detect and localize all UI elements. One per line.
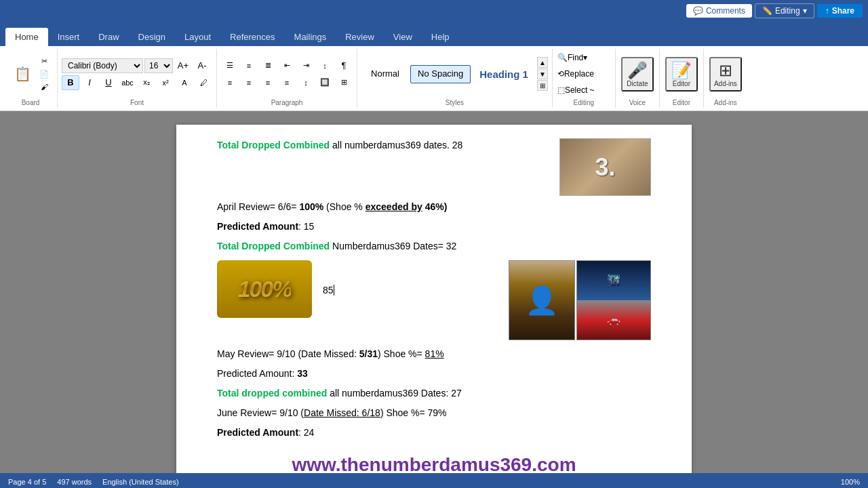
zoom-level[interactable]: 100% [841, 478, 860, 486]
addins-group: ⊞ Add-ins Add-ins [704, 49, 747, 108]
share-label: Share [832, 6, 854, 16]
editor-group: 📝 Editor Editor [660, 49, 704, 108]
comments-button[interactable]: 💬 Comments [686, 4, 752, 18]
shading-button[interactable]: 🔲 [316, 75, 334, 90]
clipboard-label: Board [22, 99, 40, 106]
tab-layout[interactable]: Layout [175, 28, 220, 46]
find-button[interactable]: 🔍 Find ▾ [557, 50, 611, 65]
editor-icon: 📝 [671, 61, 692, 80]
highlight-button[interactable]: 🖊 [195, 75, 212, 90]
right-images: 👤 🌃 🚗 [509, 260, 651, 340]
multilevel-list-button[interactable]: ≣ [259, 58, 277, 73]
editor-button[interactable]: 📝 Editor [665, 57, 698, 92]
styles-scroll-down[interactable]: ▼ [537, 68, 548, 79]
tab-review[interactable]: Review [336, 28, 384, 46]
voice-group: 🎤 Dictate Voice [616, 49, 660, 108]
numbered-list-button[interactable]: ≡ [240, 58, 258, 73]
format-painter-button[interactable]: 🖌 [37, 81, 52, 93]
total-dropped-combined-1: Total Dropped Combined [217, 140, 330, 150]
style-heading1[interactable]: Heading 1 [472, 65, 536, 83]
voice-label: Voice [629, 99, 646, 106]
editor-label: Editor [673, 99, 690, 106]
align-left-button[interactable]: ≡ [221, 75, 239, 90]
document-page[interactable]: Total Dropped Combined all numberdamus36… [176, 125, 692, 473]
pencil-icon: ✏️ [762, 6, 772, 16]
clipboard-group: 📋 ✂ 📄 🖌 Board [4, 49, 58, 108]
paste-button[interactable]: 📋 [9, 61, 35, 87]
predicted-amount-may: Predicted Amount: 33 [217, 367, 651, 381]
comments-icon: 💬 [693, 6, 703, 16]
strikethrough-button[interactable]: abc [119, 75, 136, 90]
bold-button[interactable]: B [62, 75, 79, 90]
title-bar-actions: 💬 Comments ✏️ Editing ▾ ↑ Share [686, 3, 863, 18]
font-color-button[interactable]: A [176, 75, 193, 90]
comments-label: Comments [706, 6, 745, 16]
styles-expand[interactable]: ⊞ [537, 80, 548, 91]
tab-draw[interactable]: Draw [89, 28, 128, 46]
total-dropped-combined-2: Total Dropped Combined Numberdamus369 Da… [217, 239, 651, 253]
april-review-line: April Review= 6/6= 100% (Shoe % exceeded… [217, 200, 651, 214]
pilcrow-button[interactable]: ¶ [335, 58, 353, 73]
predicted-amount-june: Predicted Amount: 24 [217, 426, 651, 440]
bullet-list-button[interactable]: ☰ [221, 58, 239, 73]
addins-label: Add-ins [714, 99, 737, 106]
ribbon-tabs: Home Insert Draw Design Layout Reference… [0, 22, 868, 46]
font-size-select[interactable]: 16 [144, 58, 173, 73]
language[interactable]: English (United States) [102, 478, 179, 486]
predicted-amount-april: Predicted Amount: 15 [217, 220, 651, 234]
cut-button[interactable]: ✂ [37, 55, 52, 67]
italic-button[interactable]: I [81, 75, 98, 90]
increase-indent-button[interactable]: ⇥ [297, 58, 315, 73]
editing-label: Editing [574, 99, 595, 106]
share-icon: ↑ [825, 6, 829, 16]
page-info[interactable]: Page 4 of 5 [8, 478, 46, 486]
top-desc: all numberdamus369 dates. 28 [332, 140, 462, 150]
word-count[interactable]: 497 words [57, 478, 92, 486]
paragraph-group: ☰ ≡ ≣ ⇤ ⇥ ↕ ¶ ≡ ≡ ≡ ≡ ↕ 🔲 ⊞ Paragraph [217, 49, 357, 108]
align-center-button[interactable]: ≡ [240, 75, 258, 90]
addins-button[interactable]: ⊞ Add-ins [709, 57, 742, 92]
styles-scroll-up[interactable]: ▲ [537, 57, 548, 68]
tab-mailings[interactable]: Mailings [285, 28, 336, 46]
justify-button[interactable]: ≡ [278, 75, 296, 90]
tab-view[interactable]: View [384, 28, 422, 46]
decrease-font-button[interactable]: A- [193, 58, 211, 73]
tab-help[interactable]: Help [422, 28, 459, 46]
increase-font-button[interactable]: A+ [174, 58, 192, 73]
style-normal[interactable]: Normal [361, 65, 409, 83]
june-review-line: June Review= 9/10 (Date Missed: 6/18) Sh… [217, 406, 651, 420]
dictate-button[interactable]: 🎤 Dictate [621, 57, 654, 92]
align-right-button[interactable]: ≡ [259, 75, 277, 90]
share-button[interactable]: ↑ Share [817, 4, 863, 18]
hundred-percent-image: 100% [217, 260, 312, 318]
top-right-image: 3. [559, 138, 651, 196]
editing-dropdown-arrow: ▾ [803, 6, 807, 16]
may-review-line: May Review= 9/10 (Date Missed: 5/31) Sho… [217, 347, 651, 361]
superscript-button[interactable]: x² [157, 75, 174, 90]
paragraph-label: Paragraph [271, 99, 303, 106]
tab-home[interactable]: Home [5, 28, 48, 46]
replace-button[interactable]: ⟲ Replace [557, 66, 611, 81]
microphone-icon: 🎤 [627, 61, 648, 80]
tab-insert[interactable]: Insert [48, 28, 90, 46]
styles-group: Normal No Spacing Heading 1 ▲ ▼ ⊞ Styles [357, 49, 553, 108]
copy-button[interactable]: 📄 [37, 68, 52, 80]
style-no-spacing[interactable]: No Spacing [410, 65, 471, 83]
line-spacing-button[interactable]: ↕ [297, 75, 315, 90]
decrease-indent-button[interactable]: ⇤ [278, 58, 296, 73]
font-family-select[interactable]: Calibri (Body) [62, 58, 143, 73]
number-85-text[interactable]: 85 [323, 283, 334, 298]
borders-button[interactable]: ⊞ [335, 75, 353, 90]
select-button[interactable]: ⬚ Select ~ [557, 83, 611, 98]
styles-scroll: ▲ ▼ ⊞ [537, 57, 548, 91]
total-dropped-combined-3: Total dropped combined all numberdamus36… [217, 386, 651, 401]
underline-button[interactable]: U [100, 75, 117, 90]
addins-icon: ⊞ [719, 61, 732, 80]
tab-design[interactable]: Design [129, 28, 175, 46]
subscript-button[interactable]: x₂ [138, 75, 155, 90]
tab-references[interactable]: References [220, 28, 284, 46]
editing-group: 🔍 Find ▾ ⟲ Replace ⬚ Select ~ Editing [553, 49, 616, 108]
editing-button[interactable]: ✏️ Editing ▾ [755, 3, 814, 18]
sort-button[interactable]: ↕ [316, 58, 334, 73]
editing-label: Editing [775, 6, 800, 16]
